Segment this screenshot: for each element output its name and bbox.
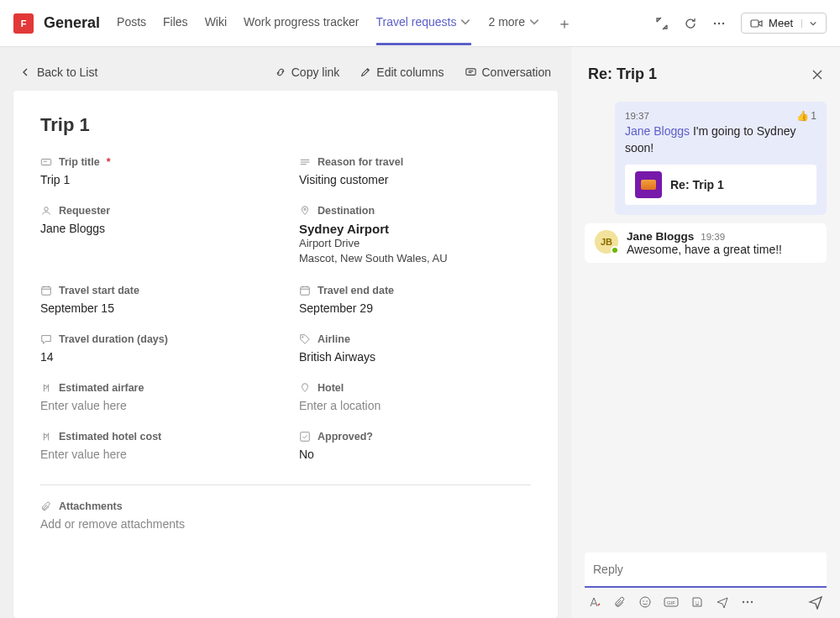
field-label-text: Hotel bbox=[318, 382, 344, 394]
conversation-button[interactable]: Conversation bbox=[465, 65, 552, 79]
svg-rect-5 bbox=[41, 160, 50, 165]
field-label-text: Approved? bbox=[318, 431, 373, 443]
item-card: Trip 1 Trip title * Trip 1 Reason for tr… bbox=[13, 91, 558, 618]
tab-wiki[interactable]: Wiki bbox=[205, 1, 227, 45]
field-value[interactable]: September 29 bbox=[299, 301, 531, 315]
field-value[interactable]: Trip 1 bbox=[40, 173, 272, 186]
destination-name[interactable]: Sydney Airport bbox=[299, 222, 531, 236]
more-icon[interactable] bbox=[712, 17, 726, 30]
message-author[interactable]: Jane Bloggs bbox=[625, 124, 690, 138]
chevron-down-icon bbox=[809, 19, 817, 28]
field-reason: Reason for travel Visiting customer bbox=[299, 156, 531, 186]
svg-point-14 bbox=[646, 600, 647, 601]
reaction-count: 1 bbox=[811, 110, 816, 122]
conversation-title: Re: Trip 1 bbox=[588, 65, 657, 83]
sticker-button[interactable] bbox=[690, 595, 704, 609]
field-placeholder[interactable]: Enter value here bbox=[40, 399, 272, 412]
field-label-text: Travel end date bbox=[318, 285, 394, 296]
calendar-icon bbox=[40, 285, 52, 296]
edit-columns-button[interactable]: Edit columns bbox=[360, 65, 444, 79]
lines-icon bbox=[299, 156, 311, 168]
channel-name: General bbox=[44, 14, 100, 32]
copy-link-button[interactable]: Copy link bbox=[275, 65, 340, 79]
more-compose-button[interactable] bbox=[741, 595, 754, 609]
field-value[interactable]: No bbox=[299, 448, 531, 461]
back-button[interactable]: Back to List bbox=[20, 65, 255, 79]
format-button[interactable] bbox=[588, 595, 601, 609]
attach-button[interactable] bbox=[613, 595, 627, 609]
field-value[interactable]: Jane Bloggs bbox=[40, 222, 272, 235]
svg-point-10 bbox=[302, 337, 304, 338]
tab-posts[interactable]: Posts bbox=[117, 1, 146, 45]
gif-button[interactable]: GIF bbox=[664, 595, 679, 609]
video-icon bbox=[750, 18, 764, 29]
item-title: Trip 1 bbox=[40, 114, 531, 136]
add-tab-button[interactable]: ＋ bbox=[557, 13, 572, 34]
field-airline: Airline British Airways bbox=[299, 333, 531, 364]
send-icon bbox=[808, 594, 823, 610]
meet-button[interactable]: Meet bbox=[741, 13, 827, 34]
field-value[interactable]: 14 bbox=[40, 350, 272, 364]
field-destination: Destination Sydney Airport Airport Drive… bbox=[299, 205, 531, 266]
field-placeholder[interactable]: Enter a location bbox=[299, 399, 531, 412]
message-attachment-card[interactable]: Re: Trip 1 bbox=[625, 165, 816, 205]
field-requester: Requester Jane Bloggs bbox=[40, 205, 272, 266]
tabs: Posts Files Wiki Work progress tracker T… bbox=[117, 1, 645, 45]
location-icon bbox=[299, 205, 311, 217]
paperclip-icon bbox=[613, 595, 627, 609]
paperclip-icon bbox=[40, 500, 52, 512]
field-placeholder[interactable]: Enter value here bbox=[40, 448, 272, 461]
field-value[interactable]: British Airways bbox=[299, 350, 531, 364]
avatar[interactable]: JB bbox=[595, 230, 618, 254]
field-end-date: Travel end date September 29 bbox=[299, 285, 531, 315]
field-value[interactable]: September 15 bbox=[40, 301, 272, 315]
gif-icon: GIF bbox=[664, 595, 679, 609]
svg-text:GIF: GIF bbox=[667, 600, 675, 605]
tab-more[interactable]: 2 more bbox=[488, 1, 540, 45]
conversation-panel: Re: Trip 1 19:37 👍 1 Jane Bloggs I'm goi… bbox=[571, 47, 840, 618]
field-value[interactable]: Visiting customer bbox=[299, 173, 531, 186]
svg-point-13 bbox=[643, 600, 643, 601]
send-button[interactable] bbox=[808, 594, 823, 610]
emoji-icon bbox=[638, 595, 652, 609]
chat-bubble-icon bbox=[40, 333, 52, 345]
message[interactable]: JB Jane Bloggs 19:39 Awesome, have a gre… bbox=[585, 223, 827, 263]
refresh-icon[interactable] bbox=[684, 17, 697, 30]
conversation-icon bbox=[465, 66, 477, 79]
emoji-button[interactable] bbox=[638, 595, 652, 609]
field-trip-title: Trip title * Trip 1 bbox=[40, 156, 272, 186]
field-label-text: Attachments bbox=[59, 500, 123, 512]
message[interactable]: 19:37 👍 1 Jane Bloggs I'm going to Sydne… bbox=[615, 102, 827, 215]
tab-travel-requests[interactable]: Travel requests bbox=[376, 1, 472, 45]
person-icon bbox=[40, 205, 52, 217]
svg-point-21 bbox=[751, 601, 753, 603]
svg-point-2 bbox=[722, 22, 724, 24]
edit-columns-label: Edit columns bbox=[376, 65, 444, 79]
field-label-text: Travel start date bbox=[59, 285, 139, 296]
close-button[interactable] bbox=[811, 69, 823, 81]
message-time: 19:39 bbox=[701, 232, 725, 242]
field-label-text: Estimated airfare bbox=[59, 382, 144, 394]
field-label-text: Travel duration (days) bbox=[59, 333, 168, 345]
svg-point-19 bbox=[743, 601, 744, 603]
detail-toolbar: Back to List Copy link Edit columns Conv… bbox=[13, 60, 558, 91]
tab-work-progress-tracker[interactable]: Work progress tracker bbox=[244, 1, 359, 45]
svg-point-6 bbox=[45, 207, 48, 211]
currency-icon bbox=[40, 382, 52, 394]
tab-files[interactable]: Files bbox=[163, 1, 188, 45]
message-author[interactable]: Jane Bloggs bbox=[627, 230, 694, 243]
close-icon bbox=[811, 69, 823, 81]
field-label-text: Airline bbox=[318, 333, 350, 345]
message-reaction[interactable]: 👍 1 bbox=[796, 110, 816, 122]
attachments-placeholder[interactable]: Add or remove attachments bbox=[40, 517, 531, 531]
meet-caret[interactable] bbox=[801, 19, 817, 28]
list-item-icon bbox=[635, 171, 662, 198]
svg-point-1 bbox=[718, 22, 720, 24]
back-label: Back to List bbox=[37, 65, 97, 79]
meet-button-label: Meet bbox=[769, 17, 793, 29]
reply-input[interactable] bbox=[585, 553, 827, 588]
expand-icon[interactable] bbox=[655, 17, 669, 30]
svg-rect-3 bbox=[751, 20, 759, 27]
schedule-button[interactable] bbox=[716, 595, 729, 609]
chevron-down-icon bbox=[528, 16, 540, 28]
